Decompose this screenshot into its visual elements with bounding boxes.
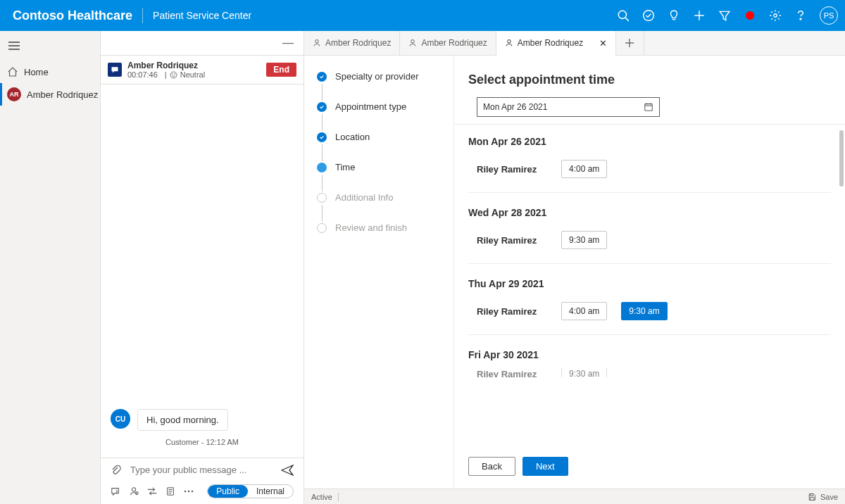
- profile-avatar[interactable]: PS: [820, 6, 838, 25]
- sentiment-icon: [170, 71, 177, 79]
- add-icon[interactable]: [693, 9, 706, 22]
- gear-icon[interactable]: [769, 9, 782, 22]
- check-icon: [317, 72, 327, 82]
- status-state: Active: [311, 493, 332, 501]
- brand-name: Contoso Healthcare: [13, 8, 132, 23]
- date-value: Mon Apr 26 2021: [483, 102, 547, 112]
- day-label: Mon Apr 26 2021: [468, 136, 831, 147]
- svg-point-21: [184, 491, 187, 493]
- provider-name: Riley Ramirez: [477, 369, 547, 378]
- pending-step-icon: [317, 223, 327, 233]
- provider-name: Riley Ramirez: [477, 164, 547, 175]
- time-slot[interactable]: 9:30 am: [561, 231, 607, 249]
- step-label: Appointment type: [335, 101, 406, 112]
- day-group: Thu Apr 29 2021 Riley Ramirez 4:00 am 9:…: [468, 270, 831, 341]
- home-icon: [7, 66, 18, 77]
- time-slot-selected[interactable]: 9:30 am: [621, 302, 667, 320]
- search-icon[interactable]: [617, 9, 630, 22]
- svg-point-25: [411, 40, 415, 44]
- next-button[interactable]: Next: [522, 457, 568, 476]
- record-tab-1[interactable]: Amber Rodriquez: [400, 31, 496, 55]
- time-slot[interactable]: 4:00 am: [561, 160, 607, 178]
- step-location[interactable]: Location: [317, 132, 444, 142]
- svg-point-23: [192, 491, 194, 493]
- provider-name: Riley Ramirez: [477, 235, 547, 246]
- svg-point-13: [174, 73, 175, 74]
- svg-point-22: [188, 491, 190, 493]
- pending-step-icon: [317, 193, 327, 203]
- sentiment-label: Neutral: [180, 70, 205, 79]
- internal-toggle[interactable]: Internal: [248, 485, 293, 498]
- notes-icon[interactable]: [165, 486, 175, 496]
- svg-point-0: [618, 11, 626, 18]
- date-picker[interactable]: Mon Apr 26 2021: [477, 97, 660, 117]
- day-label: Fri Apr 30 2021: [468, 349, 831, 360]
- conversation-header: Amber Rodriquez 00:07:46 | Neutral End: [101, 56, 303, 84]
- calendar-icon: [644, 102, 653, 112]
- lightbulb-icon[interactable]: [668, 9, 680, 22]
- hamburger-icon[interactable]: [0, 31, 100, 61]
- step-specialty[interactable]: Specialty or provider: [317, 71, 444, 82]
- svg-point-2: [644, 11, 654, 21]
- compose-input[interactable]: [129, 464, 274, 476]
- add-tab-button[interactable]: [616, 31, 644, 55]
- save-label[interactable]: Save: [820, 493, 838, 501]
- detail-footer: Back Next: [454, 448, 845, 489]
- quick-reply-icon[interactable]: [111, 486, 120, 496]
- send-icon[interactable]: [281, 465, 294, 476]
- help-icon[interactable]: [794, 9, 807, 22]
- check-icon: [317, 132, 327, 142]
- wizard-steps: Specialty or provider Appointment type L…: [304, 56, 453, 489]
- step-time[interactable]: Time: [317, 162, 444, 172]
- step-additional-info: Additional Info: [317, 192, 444, 203]
- end-button[interactable]: End: [266, 63, 296, 77]
- chat-minimize[interactable]: —: [101, 31, 303, 56]
- svg-rect-33: [810, 493, 813, 496]
- close-icon[interactable]: ✕: [599, 38, 607, 49]
- day-label: Thu Apr 29 2021: [468, 278, 831, 289]
- task-icon[interactable]: [642, 9, 655, 22]
- svg-point-6: [774, 14, 777, 18]
- message-bubble: Hi, good morning.: [137, 409, 228, 431]
- nav-patient[interactable]: AR Amber Rodriquez: [0, 83, 100, 106]
- more-icon[interactable]: [184, 490, 194, 493]
- back-button[interactable]: Back: [468, 457, 515, 476]
- svg-point-11: [170, 72, 177, 78]
- chat-body: CU Hi, good morning. Customer - 12:12 AM: [101, 84, 303, 458]
- consult-icon[interactable]: [129, 486, 139, 496]
- record-icon[interactable]: [744, 9, 756, 22]
- time-slot[interactable]: 9:30 am: [561, 367, 607, 377]
- sentiment-divider: |: [165, 70, 167, 79]
- step-label: Review and finish: [335, 222, 407, 233]
- nav-home-label: Home: [24, 67, 49, 77]
- compose-area: Public Internal: [101, 458, 303, 504]
- save-icon[interactable]: [808, 493, 816, 501]
- svg-point-12: [172, 73, 173, 74]
- svg-rect-29: [645, 104, 653, 111]
- attach-icon[interactable]: [111, 465, 122, 476]
- day-group: Mon Apr 26 2021 Riley Ramirez 4:00 am: [468, 127, 831, 199]
- nav-patient-label: Amber Rodriquez: [27, 89, 98, 100]
- record-tab-2[interactable]: Amber Rodriquez ✕: [496, 31, 616, 55]
- current-step-icon: [317, 163, 327, 172]
- detail-title: Select appointment time: [454, 56, 845, 97]
- chat-panel: — Amber Rodriquez 00:07:46 | Neutral End…: [101, 31, 304, 504]
- step-label: Location: [335, 132, 370, 142]
- conversation-name: Amber Rodriquez: [127, 61, 205, 70]
- record-tab-0[interactable]: Amber Rodriquez: [304, 31, 400, 55]
- svg-rect-34: [810, 497, 814, 500]
- time-slot[interactable]: 4:00 am: [561, 302, 607, 320]
- patient-avatar-icon: AR: [7, 87, 21, 101]
- top-bar: Contoso Healthcare Patient Service Cente…: [0, 0, 845, 31]
- day-group: Fri Apr 30 2021 Riley Ramirez 9:30 am: [468, 341, 831, 377]
- step-appointment-type[interactable]: Appointment type: [317, 101, 444, 112]
- detail-pane: Select appointment time Mon Apr 26 2021 …: [453, 56, 845, 489]
- nav-home[interactable]: Home: [0, 61, 100, 83]
- public-toggle[interactable]: Public: [208, 485, 248, 498]
- svg-point-26: [508, 40, 511, 44]
- day-label: Wed Apr 28 2021: [468, 207, 831, 218]
- scrollbar-thumb[interactable]: [839, 130, 844, 187]
- filter-icon[interactable]: [718, 9, 731, 22]
- availability-list[interactable]: Mon Apr 26 2021 Riley Ramirez 4:00 am We…: [454, 124, 845, 448]
- transfer-icon[interactable]: [147, 486, 157, 496]
